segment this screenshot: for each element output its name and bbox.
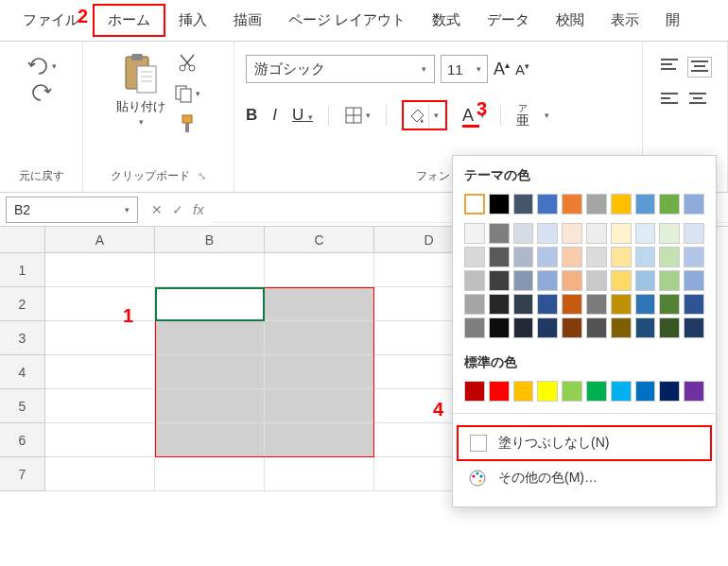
color-swatch[interactable] — [684, 381, 704, 402]
font-size-combo[interactable]: 11▾ — [441, 55, 488, 83]
align-left-button[interactable] — [659, 91, 680, 108]
col-header-B[interactable]: B — [155, 227, 265, 253]
color-swatch[interactable] — [489, 317, 510, 338]
color-swatch[interactable] — [537, 294, 558, 315]
color-swatch[interactable] — [659, 294, 680, 315]
color-swatch[interactable] — [684, 317, 704, 338]
cell[interactable] — [45, 389, 155, 423]
align-center-button[interactable] — [687, 91, 708, 108]
undo-button[interactable]: ▾ — [26, 57, 57, 76]
cut-button[interactable] — [177, 53, 198, 74]
row-header[interactable]: 7 — [0, 457, 45, 491]
color-swatch[interactable] — [489, 294, 510, 315]
color-swatch[interactable] — [489, 381, 510, 402]
color-swatch[interactable] — [635, 223, 656, 244]
color-swatch[interactable] — [464, 270, 485, 291]
color-swatch[interactable] — [562, 247, 582, 267]
color-swatch[interactable] — [586, 270, 607, 291]
cell[interactable] — [265, 457, 374, 491]
chevron-down-icon[interactable]: ▾ — [139, 117, 144, 127]
color-swatch[interactable] — [537, 223, 558, 244]
color-swatch[interactable] — [635, 247, 656, 267]
font-name-combo[interactable]: 游ゴシック▾ — [246, 55, 435, 83]
color-swatch[interactable] — [513, 270, 534, 291]
tab-insert[interactable]: 挿入 — [165, 6, 220, 35]
cell[interactable] — [45, 355, 155, 389]
no-fill-item[interactable]: 塗りつぶしなし(N) — [457, 425, 712, 461]
color-swatch[interactable] — [513, 247, 534, 267]
cell[interactable] — [155, 253, 265, 287]
cell[interactable] — [155, 389, 265, 423]
cell[interactable] — [265, 287, 374, 321]
color-swatch[interactable] — [611, 294, 632, 315]
color-swatch[interactable] — [611, 317, 632, 338]
color-swatch[interactable] — [562, 194, 582, 214]
decrease-font-button[interactable]: A▾ — [515, 61, 529, 77]
color-swatch[interactable] — [635, 270, 656, 291]
enter-formula-button[interactable]: ✓ — [172, 202, 183, 217]
cell[interactable] — [45, 423, 155, 457]
color-swatch[interactable] — [635, 317, 656, 338]
color-swatch[interactable] — [659, 270, 680, 291]
color-swatch[interactable] — [586, 194, 607, 214]
paste-button[interactable]: 貼り付け ▾ — [116, 53, 165, 127]
color-swatch[interactable] — [684, 223, 704, 244]
bold-button[interactable]: B — [246, 106, 257, 125]
color-swatch[interactable] — [464, 223, 485, 244]
cell[interactable] — [155, 457, 265, 491]
increase-font-button[interactable]: A▴ — [494, 60, 510, 79]
color-swatch[interactable] — [464, 247, 485, 267]
cell[interactable] — [45, 321, 155, 355]
color-swatch[interactable] — [489, 270, 510, 291]
color-swatch[interactable] — [611, 194, 632, 214]
color-swatch[interactable] — [537, 381, 558, 402]
color-swatch[interactable] — [659, 194, 680, 214]
color-swatch[interactable] — [611, 247, 632, 267]
cell[interactable] — [45, 253, 155, 287]
color-swatch[interactable] — [586, 223, 607, 244]
cell[interactable] — [265, 253, 374, 287]
select-all-corner[interactable] — [0, 227, 45, 253]
color-swatch[interactable] — [489, 223, 510, 244]
color-swatch[interactable] — [464, 294, 485, 315]
align-top-button[interactable] — [659, 57, 680, 77]
row-header[interactable]: 2 — [0, 287, 45, 321]
color-swatch[interactable] — [659, 247, 680, 267]
color-swatch[interactable] — [537, 270, 558, 291]
color-swatch[interactable] — [489, 194, 510, 214]
cell[interactable] — [155, 423, 265, 457]
color-swatch[interactable] — [562, 317, 582, 338]
redo-button[interactable] — [29, 83, 54, 102]
color-swatch[interactable] — [659, 317, 680, 338]
color-swatch[interactable] — [537, 247, 558, 267]
fx-button[interactable]: fx — [193, 201, 204, 217]
align-mid-button[interactable] — [687, 57, 712, 77]
tab-view[interactable]: 表示 — [598, 6, 652, 35]
color-swatch[interactable] — [562, 381, 582, 402]
format-painter-button[interactable] — [177, 113, 198, 134]
color-swatch[interactable] — [635, 294, 656, 315]
color-swatch[interactable] — [586, 247, 607, 267]
color-swatch[interactable] — [659, 223, 680, 244]
color-swatch[interactable] — [537, 317, 558, 338]
cell[interactable] — [155, 287, 265, 321]
borders-button[interactable]: ▾ — [344, 106, 371, 125]
italic-button[interactable]: I — [272, 106, 277, 125]
color-swatch[interactable] — [537, 194, 558, 214]
chevron-down-icon[interactable]: ▾ — [545, 111, 549, 120]
cell[interactable] — [155, 355, 265, 389]
color-swatch[interactable] — [562, 294, 582, 315]
col-header-C[interactable]: C — [265, 227, 374, 253]
color-swatch[interactable] — [513, 381, 534, 402]
row-header[interactable]: 5 — [0, 389, 45, 423]
color-swatch[interactable] — [611, 223, 632, 244]
color-swatch[interactable] — [464, 381, 485, 402]
dialog-launcher-icon[interactable]: ⤡ — [198, 170, 206, 182]
color-swatch[interactable] — [489, 247, 510, 267]
color-swatch[interactable] — [635, 194, 656, 214]
tab-formula[interactable]: 数式 — [419, 6, 474, 35]
tab-draw[interactable]: 描画 — [220, 6, 275, 35]
copy-button[interactable]: ▾ — [173, 83, 200, 104]
row-header[interactable]: 6 — [0, 423, 45, 457]
cancel-formula-button[interactable]: ✕ — [151, 202, 163, 217]
